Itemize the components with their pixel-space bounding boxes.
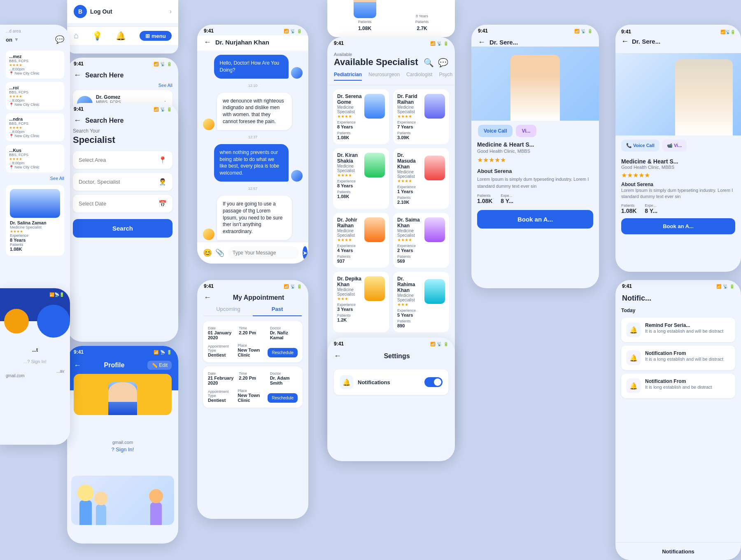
specialist-input-row[interactable]: 👨‍⚕️	[73, 173, 172, 191]
bottom-notifications-label: Notifications	[662, 548, 694, 555]
status-time-pr: 9:41	[74, 349, 84, 355]
status-time-nt: 9:41	[622, 283, 632, 289]
back-arrow-ch[interactable]: ←	[204, 38, 211, 47]
tab-neurosurgeon[interactable]: Neurosurgeon	[368, 72, 400, 81]
nav-bell-icon[interactable]: 🔔	[116, 31, 126, 41]
notif-desc-2: It is a long establish and will be distr…	[645, 356, 723, 362]
list-item[interactable]: ...roi BBS, FCPS ★★★★ ...8:00pm 📍 New Ci…	[6, 82, 64, 110]
wifi-icon-st: 📡	[437, 342, 442, 346]
notif-title-2: Notification From	[645, 350, 723, 356]
nav-home-icon[interactable]: ⌂	[74, 31, 79, 41]
video-call-btn[interactable]: Vi...	[516, 125, 536, 137]
search-button[interactable]: Search	[73, 219, 172, 238]
doctor-card-6[interactable]: Dr. Saima Khan Medicine Specialist ★★★★ …	[393, 213, 449, 268]
partial-doc-card[interactable]: Dr. Salina Zaman Medicine Specialist ★★★…	[6, 185, 64, 256]
time-label-1: Time	[239, 326, 266, 330]
nav-menu-btn[interactable]: ⊞ menu	[140, 31, 172, 41]
list-item[interactable]: ...ndra BBS, FCPS ★★★★ ...8:00pm 📍 New C…	[6, 113, 64, 141]
wifi-icon-ch: 📡	[290, 29, 295, 33]
phone-logout: B Log Out › ⌂ 💡 🔔 ⊞ menu	[67, 0, 178, 54]
signal-icon-ch: 📶	[284, 29, 289, 33]
calendar-icon: 📅	[158, 200, 167, 208]
video-call-btn-r[interactable]: 📹 Vi...	[662, 140, 687, 152]
doctor-card-8[interactable]: Dr. Rahima Khan Medicine Specialist ★★★ …	[393, 272, 449, 332]
wifi-icon-ap: 📡	[290, 284, 295, 289]
doctor-card-5[interactable]: Dr. Johir Raihan Medicine Specialist ★★★…	[333, 213, 389, 268]
back-arrow[interactable]: ←	[74, 71, 81, 79]
logout-icon: B	[74, 5, 87, 18]
wifi-icon-pr: 📡	[160, 350, 165, 355]
area-input[interactable]	[79, 157, 158, 163]
logout-label[interactable]: Log Out	[90, 8, 166, 15]
battery-icon-st: 🔋	[443, 342, 448, 346]
back-arrow-pr[interactable]: ←	[74, 361, 81, 370]
settings-title: Settings	[345, 352, 448, 360]
doctor-card-4[interactable]: Dr. Masuda Khan Medicine Specialist ★★★★…	[393, 148, 449, 209]
phone-search-form: 9:41 📶 📡 🔋 ← Search Here Search Your Spe…	[67, 103, 178, 342]
wifi-icon-nt: 📡	[723, 284, 728, 289]
send-btn[interactable]: ➤	[303, 246, 308, 259]
notifications-toggle[interactable]	[424, 377, 443, 387]
page-title-sf: Search Here	[85, 117, 124, 124]
area-input-row[interactable]: 📍	[73, 151, 172, 169]
nav-bulb-icon[interactable]: 💡	[92, 31, 103, 41]
notifications-setting-row: 🔔 Notifications	[334, 369, 448, 395]
list-item[interactable]: ...Kus BBS, FCPS ★★★★ ...8:00pm 📍 New Ci…	[6, 145, 64, 173]
tab-upcoming[interactable]: Upcoming	[204, 306, 253, 315]
message-input[interactable]	[228, 247, 299, 259]
specialist-big-title: Available Specialist	[334, 57, 418, 68]
battery-icon-ap: 🔋	[297, 284, 302, 289]
back-arrow-st[interactable]: ←	[334, 352, 341, 360]
date-label-1: Date	[208, 326, 235, 330]
phone-chat: 9:41 📶 📡 🔋 ← Dr. Nurjahan Khan Hello, Do…	[197, 25, 308, 264]
specialist-input[interactable]	[79, 179, 158, 185]
doctor-card-7[interactable]: Dr. Depika Khan Medicine Specialist ★★★ …	[333, 272, 389, 332]
tab-pediatrician[interactable]: Pediatrician	[334, 72, 362, 81]
back-arrow-dd[interactable]: ←	[478, 38, 485, 47]
status-time: 9:41	[74, 61, 84, 67]
chat-icon-sp[interactable]: 💬	[438, 58, 448, 68]
notification-item-3[interactable]: 🔔 Notification From It is long establish…	[621, 373, 735, 398]
book-appt-btn-r[interactable]: Book an A...	[621, 218, 735, 234]
bubble-doc-2: If you are going to use a passage of thg…	[203, 196, 303, 240]
notification-item-1[interactable]: 🔔 Remind For Seria... It is a long estab…	[621, 317, 735, 342]
attachment-icon[interactable]: 📎	[215, 248, 224, 257]
notifications-label: Notifications	[358, 379, 390, 385]
list-item[interactable]: ...mez BBS, FCPS ★★★★ ...8:00pm 📍 New Ci…	[6, 51, 64, 79]
signal-icon-pr: 📶	[154, 350, 158, 355]
appointment-card-1: Date 01 January 2020 Time 2.20 Pm Doctor…	[203, 321, 303, 362]
battery-icon-dd: 🔋	[587, 29, 592, 33]
emoji-icon[interactable]: 😊	[203, 248, 212, 257]
doctor-clinic: Good Health Clinic, MBBS	[477, 149, 593, 154]
reschedule-btn-2[interactable]: Reschedule	[268, 393, 298, 403]
signal-icon-sp: 📶	[430, 41, 435, 46]
search-big-title: Specialist	[73, 135, 172, 145]
sign-in-text[interactable]: ? Sign In!	[75, 446, 170, 453]
see-all-label[interactable]: See All	[158, 83, 172, 88]
book-appointment-btn[interactable]: Book an A...	[477, 210, 593, 229]
notification-item-2[interactable]: 🔔 Notification From It is a long establi…	[621, 345, 735, 370]
tab-psych[interactable]: Psych	[439, 72, 452, 81]
search-icon-sp[interactable]: 🔍	[424, 58, 434, 68]
back-arrow-ap[interactable]: ←	[204, 293, 211, 302]
back-arrow-sf[interactable]: ←	[74, 116, 81, 125]
date-input-row[interactable]: 📅	[73, 195, 172, 212]
bottom-nav-logout: ⌂ 💡 🔔 ⊞ menu	[67, 26, 178, 45]
tab-past[interactable]: Past	[253, 306, 302, 316]
phone-top-doctors-partial: Patients 1.08K 8 Years Patients 2.7K	[327, 0, 455, 37]
date-input[interactable]	[79, 201, 158, 207]
doctor-card-2[interactable]: Dr. Farid Raihan Medicine Specialist ★★★…	[393, 89, 449, 144]
wifi-icon-sp: 📡	[437, 41, 442, 46]
partial-phone-right: 9:41 📶📡🔋 ← Dr. Sere... 📞 Voice Call 📹 Vi…	[615, 25, 741, 272]
phone-doctor-detail: 9:41 📶 📡 🔋 ← Dr. Sere... Voice Call Vi..…	[471, 25, 599, 288]
voice-call-btn-r[interactable]: 📞 Voice Call	[621, 140, 659, 152]
tab-cardiologist[interactable]: Cardiologist	[406, 72, 432, 81]
wifi-icon-dd: 📡	[581, 29, 586, 33]
notif-title-1: Remind For Seria...	[645, 322, 723, 328]
doctor-card-1[interactable]: Dr. Serena Gome Medicine Specialist ★★★★…	[333, 89, 389, 144]
voice-call-btn[interactable]: Voice Call	[478, 125, 513, 137]
doctor-card-3[interactable]: Dr. Kiran Shakia Medicine Specialist ★★★…	[333, 148, 389, 209]
signal-icon-dd: 📶	[574, 29, 579, 33]
edit-btn[interactable]: ✏️ Edit	[147, 361, 172, 370]
reschedule-btn-1[interactable]: Reschedule	[268, 348, 298, 357]
